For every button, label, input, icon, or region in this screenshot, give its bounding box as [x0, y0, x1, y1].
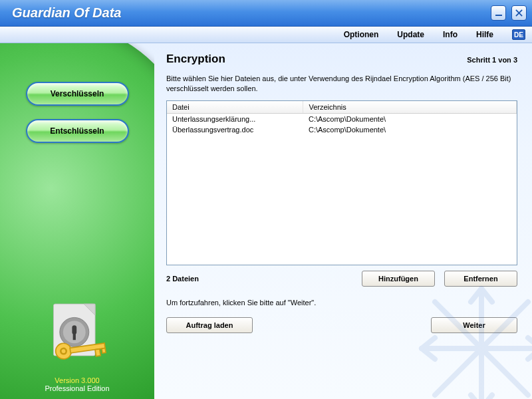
- svg-line-14: [435, 302, 528, 395]
- file-list[interactable]: Datei Verzeichnis Unterlassungserklärung…: [166, 100, 517, 265]
- titlebar: Guardian Of Data: [0, 0, 532, 27]
- svg-rect-11: [102, 348, 106, 353]
- app-logo-block: Version 3.000 Professional Edition: [37, 301, 117, 399]
- menu-bar: Optionen Update Info Hilfe DE: [0, 27, 532, 43]
- file-count: 2 Dateien: [166, 275, 199, 283]
- minimize-button[interactable]: [491, 5, 506, 21]
- encrypt-button[interactable]: Verschlüsseln: [26, 82, 129, 106]
- next-button[interactable]: Weiter: [431, 317, 517, 333]
- continue-hint: Um fortzufahren, klicken Sie bitte auf "…: [166, 299, 517, 307]
- svg-rect-6: [73, 332, 76, 340]
- lock-key-icon: [37, 301, 117, 374]
- add-button[interactable]: Hinzufügen: [362, 271, 435, 287]
- cell-file: Überlassungsvertrag.doc: [167, 124, 303, 135]
- cell-dir: C:\Ascomp\Dokumente\: [303, 124, 517, 135]
- load-job-button[interactable]: Auftrag laden: [166, 317, 253, 333]
- language-badge[interactable]: DE: [512, 29, 525, 40]
- sidebar: Verschlüsseln Entschlüsseln: [0, 43, 154, 399]
- column-header-file[interactable]: Datei: [167, 101, 303, 114]
- edition-text: Professional Edition: [45, 384, 109, 392]
- cell-dir: C:\Ascomp\Dokumente\: [303, 113, 517, 124]
- app-title: Guardian Of Data: [12, 5, 121, 21]
- svg-line-15: [435, 302, 528, 395]
- decrypt-button[interactable]: Entschlüsseln: [26, 119, 129, 143]
- menu-update[interactable]: Update: [397, 30, 424, 39]
- window-controls: [491, 5, 527, 21]
- svg-rect-10: [95, 349, 100, 356]
- version-text: Version 3.000: [55, 376, 99, 384]
- close-icon: [515, 9, 523, 17]
- column-header-dir[interactable]: Verzeichnis: [303, 101, 517, 114]
- table-row[interactable]: Überlassungsvertrag.docC:\Ascomp\Dokumen…: [167, 124, 517, 135]
- menu-options[interactable]: Optionen: [344, 30, 379, 39]
- table-row[interactable]: Unterlassungserklärung...C:\Ascomp\Dokum…: [167, 113, 517, 124]
- page-heading: Encryption: [166, 53, 225, 66]
- main-panel: Encryption Schritt 1 von 3 Bitte wählen …: [154, 43, 532, 399]
- close-button[interactable]: [511, 5, 527, 21]
- remove-button[interactable]: Entfernen: [444, 271, 517, 287]
- instructions-text: Bitte wählen Sie hier Dateien aus, die u…: [166, 74, 517, 94]
- minimize-icon: [495, 9, 503, 17]
- cell-file: Unterlassungserklärung...: [167, 113, 303, 124]
- menu-info[interactable]: Info: [443, 30, 458, 39]
- menu-help[interactable]: Hilfe: [476, 30, 493, 39]
- step-indicator: Schritt 1 von 3: [467, 56, 517, 64]
- svg-rect-0: [495, 15, 502, 16]
